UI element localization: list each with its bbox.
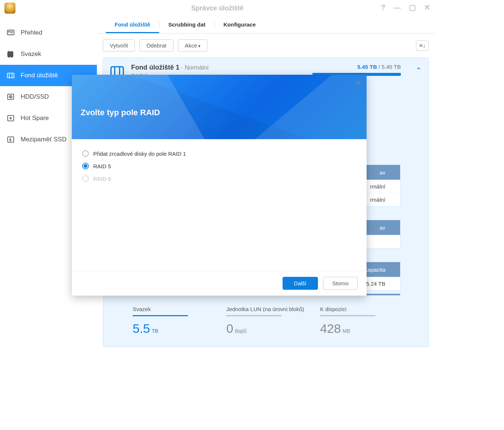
close-window-icon[interactable]: ✕ — [424, 4, 430, 11]
raid-option-raid6: RAID 6 — [82, 172, 356, 185]
create-button[interactable]: Vytvořit — [103, 39, 135, 52]
stat-label: K dispozici — [320, 306, 399, 315]
window-title: Správce úložiště — [191, 4, 244, 12]
usage-total: 5.45 TB — [382, 64, 401, 70]
raid-type-dialog: ✕ Zvolte typ pole RAID Přidat zrcadlové … — [72, 75, 367, 296]
pool-status: - Normální — [181, 64, 209, 71]
radio-icon — [82, 175, 89, 182]
overview-icon — [7, 29, 15, 36]
sidebar-item-label: Fond úložiště — [21, 72, 58, 79]
radio-icon — [82, 163, 89, 169]
stat-value: 5.5 — [133, 321, 150, 335]
sidebar-item-label: Přehled — [21, 29, 42, 36]
usage-used: 5.45 TB — [357, 64, 377, 70]
tab-storage-pool[interactable]: Fond úložiště — [106, 16, 159, 33]
sort-toggle-icon[interactable]: ≡↓ — [416, 40, 429, 51]
radio-icon — [82, 150, 89, 157]
sidebar-item-label: HDD/SSD — [21, 93, 49, 101]
stat-value: 0 — [226, 321, 233, 335]
stat-value: 428 — [320, 321, 341, 335]
ssd-cache-icon — [7, 136, 15, 143]
titlebar: Správce úložiště ? — ▢ ✕ — [0, 0, 435, 16]
stat-unit: Bajtů — [235, 328, 247, 334]
remove-button[interactable]: Odebrat — [139, 39, 173, 52]
svg-point-9 — [10, 96, 11, 97]
actions-dropdown[interactable]: Akce — [178, 39, 208, 52]
sidebar-item-volume[interactable]: Svazek — [0, 43, 97, 65]
sidebar-item-label: Mezipaměť SSD — [21, 136, 66, 143]
svg-rect-4 — [7, 73, 14, 78]
raid-option-raid5[interactable]: RAID 5 — [82, 160, 356, 172]
cancel-button[interactable]: Storno — [323, 277, 358, 290]
collapse-icon[interactable]: ⌃ — [416, 64, 422, 75]
stat-unit: MB — [343, 328, 350, 334]
radio-label: RAID 6 — [93, 176, 111, 182]
disk-icon — [7, 93, 15, 101]
next-button[interactable]: Další — [283, 277, 318, 290]
close-icon[interactable]: ✕ — [355, 78, 361, 88]
radio-label: RAID 5 — [93, 163, 111, 169]
tab-scrubbing[interactable]: Scrubbing dat — [160, 16, 214, 33]
stat-label: Svazek — [133, 306, 211, 315]
minimize-icon[interactable]: — — [393, 4, 401, 11]
maximize-icon[interactable]: ▢ — [409, 4, 416, 11]
dialog-title: Zvolte typ pole RAID — [81, 108, 358, 117]
stats-row: Svazek 5.5 TB Jednotka LUN (na úrovni bl… — [103, 299, 428, 347]
svg-point-1 — [8, 31, 10, 32]
storage-pool-icon — [7, 72, 15, 79]
stat-label: Jednotka LUN (na úrovni bloků) — [226, 306, 305, 315]
tab-config[interactable]: Konfigurace — [215, 16, 265, 33]
svg-rect-0 — [7, 30, 14, 35]
raid-option-mirror[interactable]: Přidat zrcadlové disky do pole RAID 1 — [82, 147, 356, 160]
sidebar-item-label: Hot Spare — [21, 114, 49, 122]
stat-unit: TB — [152, 328, 158, 334]
pool-name: Fond úložiště 1 — [131, 64, 179, 71]
svg-rect-14 — [111, 67, 123, 75]
volume-icon — [7, 50, 15, 58]
sidebar-item-label: Svazek — [21, 50, 41, 58]
radio-label: Přidat zrcadlové disky do pole RAID 1 — [93, 151, 186, 157]
help-icon[interactable]: ? — [381, 4, 385, 11]
app-icon — [4, 3, 15, 14]
hot-spare-icon — [7, 114, 15, 122]
sidebar-item-overview[interactable]: Přehled — [0, 22, 97, 43]
dialog-header: Zvolte typ pole RAID — [72, 75, 367, 139]
